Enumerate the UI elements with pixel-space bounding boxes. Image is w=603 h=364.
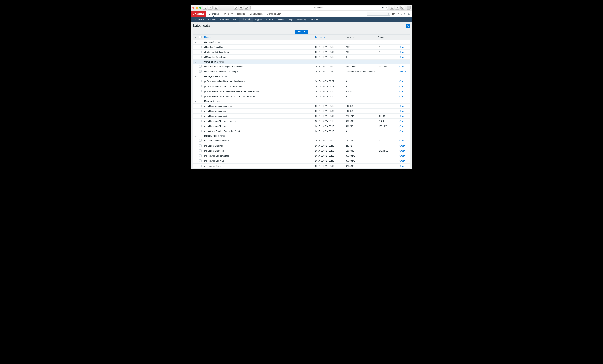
select-all-checkbox[interactable]: [198, 35, 203, 40]
reader-button[interactable]: i: [233, 6, 238, 10]
subnav-overview[interactable]: Overview: [218, 17, 231, 22]
row-checkbox[interactable]: [199, 90, 202, 92]
group-row[interactable]: ▼Memory Pool (6 Items): [193, 134, 410, 138]
item-action-link[interactable]: Graph: [399, 130, 405, 132]
item-action-link[interactable]: Graph: [399, 115, 405, 117]
item-action-link[interactable]: Graph: [399, 125, 405, 127]
privacy-button[interactable]: [239, 6, 243, 10]
downloads-button[interactable]: [390, 6, 394, 10]
row-checkbox[interactable]: [199, 110, 202, 112]
row-checkbox[interactable]: [199, 139, 202, 142]
chevron-down-icon[interactable]: ▼: [195, 100, 196, 102]
group-row[interactable]: ▼Classes (3 Items): [193, 40, 410, 44]
col-name-header[interactable]: Name▲: [203, 35, 314, 40]
user-icon[interactable]: [404, 13, 406, 15]
item-last-value: 12.23 MB: [344, 148, 376, 154]
close-window[interactable]: [192, 7, 195, 9]
item-action-link[interactable]: Graph: [399, 105, 405, 107]
subnav-web[interactable]: Web: [231, 17, 239, 22]
help-icon[interactable]: ?: [401, 12, 402, 15]
chevron-down-icon[interactable]: ▼: [195, 41, 196, 43]
tabs-overview-button[interactable]: [244, 6, 249, 10]
nav-forward-button[interactable]: [208, 6, 213, 10]
audio-icon[interactable]: 🔊: [382, 7, 384, 9]
row-checkbox[interactable]: [199, 149, 202, 152]
item-action-link[interactable]: Graph: [399, 95, 405, 98]
maximize-window[interactable]: [199, 7, 201, 9]
filter-toggle-button[interactable]: Filter: [295, 30, 308, 33]
subnav-screens[interactable]: Screens: [275, 17, 286, 22]
topnav-inventory[interactable]: Inventory: [221, 11, 235, 17]
nav-back-button[interactable]: [203, 6, 207, 10]
group-row[interactable]: ▼Garbage Collector (4 Items): [193, 74, 410, 79]
row-checkbox[interactable]: [199, 159, 202, 162]
item-last-value: 0: [344, 94, 376, 99]
subnav-discovery[interactable]: Discovery: [295, 17, 308, 22]
row-checkbox[interactable]: [199, 51, 202, 53]
row-checkbox[interactable]: [199, 85, 202, 87]
row-checkbox[interactable]: [199, 120, 202, 122]
subnav-graphs[interactable]: Graphs: [264, 17, 275, 22]
tabs-button[interactable]: [400, 6, 405, 10]
topnav-configuration[interactable]: Configuration: [247, 11, 265, 17]
item-action-link[interactable]: Graph: [399, 145, 405, 147]
row-checkbox[interactable]: [199, 65, 202, 67]
search-input[interactable]: [367, 12, 390, 16]
item-action-link[interactable]: Graph: [399, 110, 405, 112]
subnav-dashboard[interactable]: Dashboard: [192, 17, 206, 22]
item-last-check: 2017-11-07 14:08:10: [314, 94, 344, 99]
row-checkbox[interactable]: [199, 144, 202, 147]
subnav-services[interactable]: Services: [308, 17, 320, 22]
item-action-link[interactable]: Graph: [399, 66, 405, 68]
subnav-triggers[interactable]: Triggers: [253, 17, 264, 22]
item-action-link[interactable]: Graph: [399, 85, 405, 88]
row-checkbox[interactable]: [199, 95, 202, 97]
new-tab-button[interactable]: +: [407, 6, 411, 10]
topnav-reports[interactable]: Reports: [235, 11, 247, 17]
subnav-latest-data[interactable]: Latest data: [239, 17, 253, 22]
item-action-link[interactable]: Graph: [399, 90, 405, 93]
item-row: mem Object Pending Finalization Count201…: [193, 129, 410, 134]
group-row[interactable]: ▼Compilation (2 Items): [193, 60, 410, 64]
item-action-link[interactable]: Graph: [399, 80, 405, 83]
share-button[interactable]: [395, 6, 399, 10]
item-action-link[interactable]: Graph: [399, 120, 405, 122]
topnav-monitoring[interactable]: Monitoring: [206, 11, 221, 17]
item-action-link[interactable]: Graph: [399, 165, 405, 167]
row-checkbox[interactable]: [199, 56, 202, 58]
group-row[interactable]: ▼Memory (6 Items): [193, 99, 410, 103]
row-checkbox[interactable]: [199, 80, 202, 82]
item-action-link[interactable]: Graph: [399, 46, 405, 48]
chevron-down-icon[interactable]: ▼: [195, 135, 196, 137]
expand-all-toggle[interactable]: ▼: [193, 35, 198, 40]
item-row: mp Code Cache used2017-11-07 14:08:0912.…: [193, 148, 410, 154]
item-action-link[interactable]: Graph: [399, 56, 405, 58]
reload-icon[interactable]: ⟳: [385, 7, 387, 9]
col-last-check-header[interactable]: Last check: [314, 35, 344, 40]
chevron-down-icon[interactable]: ▼: [195, 61, 196, 63]
zabbix-logo[interactable]: ZABBIX: [191, 11, 206, 17]
row-checkbox[interactable]: [199, 45, 202, 48]
subnav-maps[interactable]: Maps: [286, 17, 295, 22]
chevron-down-icon[interactable]: ▼: [195, 76, 196, 77]
item-action-link[interactable]: Graph: [399, 150, 405, 152]
fullscreen-button[interactable]: [406, 24, 410, 28]
item-action-link[interactable]: Graph: [399, 51, 405, 53]
item-action-link[interactable]: Graph: [399, 160, 405, 162]
power-icon[interactable]: [408, 13, 410, 15]
row-checkbox[interactable]: [199, 105, 202, 107]
row-checkbox[interactable]: [199, 130, 202, 132]
row-checkbox[interactable]: [199, 125, 202, 127]
address-bar[interactable]: zabbix.local 🔊 ⟳: [250, 6, 388, 10]
item-action-link[interactable]: History: [399, 71, 406, 73]
sidebar-toggle-button[interactable]: [214, 6, 218, 10]
row-checkbox[interactable]: [199, 154, 202, 157]
subnav-problems[interactable]: Problems: [206, 17, 218, 22]
share-link[interactable]: Z Share: [392, 13, 399, 15]
item-action-link[interactable]: Graph: [399, 140, 405, 142]
minimize-window[interactable]: [196, 7, 198, 9]
item-action-link[interactable]: Graph: [399, 155, 405, 157]
row-checkbox[interactable]: [199, 165, 202, 167]
topnav-administration[interactable]: Administration: [265, 11, 283, 17]
row-checkbox[interactable]: [199, 115, 202, 117]
